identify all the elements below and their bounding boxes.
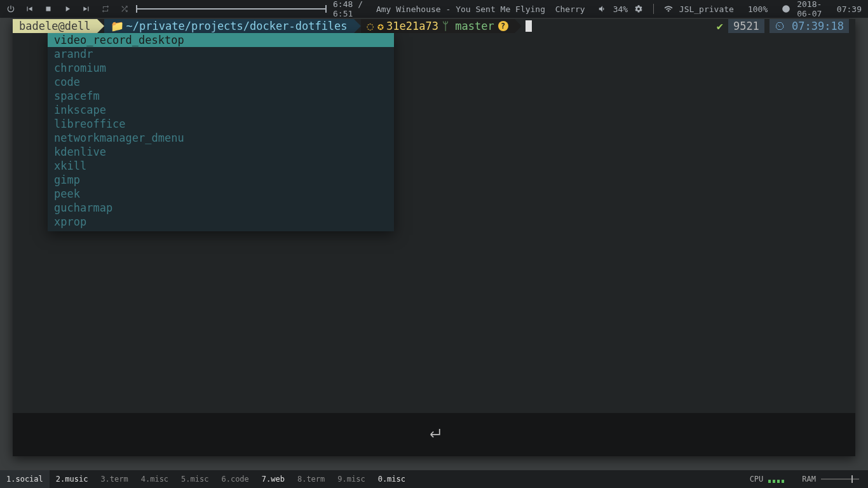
prompt-user: badele@dell bbox=[13, 19, 97, 33]
launcher-item[interactable]: gucharmap bbox=[48, 201, 394, 215]
prev-track-icon[interactable] bbox=[24, 4, 34, 14]
cursor bbox=[526, 20, 532, 32]
battery-percent: 100% bbox=[748, 4, 768, 14]
ram-label: RAM bbox=[802, 475, 816, 484]
history-number: 9521 bbox=[728, 19, 764, 33]
enter-key-icon bbox=[425, 424, 443, 445]
launcher-item[interactable]: arandr bbox=[48, 47, 394, 61]
launcher-item[interactable]: inkscape bbox=[48, 103, 394, 117]
prompt-path: 📁~/private/projects/docker-dotfiles bbox=[104, 19, 354, 33]
stop-icon[interactable] bbox=[43, 4, 53, 14]
workspace-9.misc[interactable]: 9.misc bbox=[331, 470, 371, 488]
launcher-item[interactable]: xkill bbox=[48, 159, 394, 173]
launcher-item[interactable]: networkmanager_dmenu bbox=[48, 131, 394, 145]
workspace-7.web[interactable]: 7.web bbox=[255, 470, 291, 488]
cpu-bars bbox=[768, 475, 784, 483]
prompt-git: ◌ ✪ 31e21a73 ᛘ master ? bbox=[361, 19, 515, 33]
launcher-item[interactable]: xprop bbox=[48, 215, 394, 229]
media-time: 6:48 / 6:51 bbox=[333, 0, 370, 18]
clock-time: 07:39 bbox=[837, 4, 862, 14]
workspace-2.music[interactable]: 2.music bbox=[50, 470, 95, 488]
date: 2018-06-07 bbox=[797, 0, 831, 18]
media-controls bbox=[24, 4, 130, 14]
launcher-item[interactable]: code bbox=[48, 75, 394, 89]
launcher-item[interactable]: gimp bbox=[48, 173, 394, 187]
git-branch: ᛘ master bbox=[442, 19, 494, 33]
launcher-menu[interactable]: video_record_desktoparandrchromiumcodesp… bbox=[48, 33, 394, 231]
top-bar: 6:48 / 6:51 Amy Winehouse - You Sent Me … bbox=[0, 0, 868, 18]
cpu-monitor: CPU bbox=[741, 475, 794, 484]
divider bbox=[653, 4, 654, 14]
workspace-8.term[interactable]: 8.term bbox=[291, 470, 331, 488]
commit-icon: ✪ bbox=[377, 19, 384, 33]
workspace-5.misc[interactable]: 5.misc bbox=[175, 470, 215, 488]
wifi-icon[interactable] bbox=[664, 4, 673, 14]
check-icon: ✔ bbox=[717, 19, 723, 33]
prompt-right: ✔ 9521 ⏲ 07:39:18 bbox=[717, 19, 855, 33]
launcher-item[interactable]: libreoffice bbox=[48, 117, 394, 131]
volume-percent: 34% bbox=[613, 4, 628, 14]
shell-prompt: badele@dell 📁~/private/projects/docker-d… bbox=[13, 19, 855, 33]
workspace-3.term[interactable]: 3.term bbox=[94, 470, 134, 488]
workspace-6.code[interactable]: 6.code bbox=[215, 470, 255, 488]
terminal-window[interactable]: badele@dell 📁~/private/projects/docker-d… bbox=[13, 19, 855, 456]
play-icon[interactable] bbox=[62, 4, 72, 14]
ram-monitor: RAM bbox=[793, 475, 868, 484]
folder-icon: 📁 bbox=[111, 19, 124, 33]
ram-gauge bbox=[821, 478, 859, 480]
prompt-time: ⏲ 07:39:18 bbox=[770, 19, 849, 33]
clock-icon bbox=[782, 4, 790, 14]
cpu-label: CPU bbox=[750, 475, 764, 484]
shuffle-icon[interactable] bbox=[119, 4, 130, 14]
next-track-icon[interactable] bbox=[81, 4, 92, 14]
wifi-ssid: JSL_private bbox=[679, 4, 734, 14]
launcher-item[interactable]: chromium bbox=[48, 61, 394, 75]
launcher-item[interactable]: video_record_desktop bbox=[48, 33, 394, 47]
bottom-bar: 1.social2.music3.term4.misc5.misc6.code7… bbox=[0, 470, 868, 488]
workspace-0.misc[interactable]: 0.misc bbox=[372, 470, 412, 488]
launcher-item[interactable]: spacefm bbox=[48, 89, 394, 103]
media-progress[interactable] bbox=[136, 4, 327, 14]
help-icon: ? bbox=[498, 21, 508, 31]
workspace-4.misc[interactable]: 4.misc bbox=[135, 470, 175, 488]
volume-icon[interactable] bbox=[598, 4, 607, 14]
repeat-icon[interactable] bbox=[100, 4, 111, 14]
workspace-1.social[interactable]: 1.social bbox=[0, 470, 50, 488]
launcher-item[interactable]: kdenlive bbox=[48, 145, 394, 159]
settings-icon[interactable] bbox=[634, 4, 643, 14]
git-hash: 31e21a73 bbox=[386, 19, 438, 33]
power-icon[interactable] bbox=[6, 4, 15, 14]
github-icon: ◌ bbox=[367, 19, 374, 33]
now-playing: Amy Winehouse - You Sent Me Flying Cherr… bbox=[376, 4, 585, 14]
launcher-item[interactable]: peek bbox=[48, 187, 394, 201]
keyhint-bar bbox=[13, 413, 855, 456]
